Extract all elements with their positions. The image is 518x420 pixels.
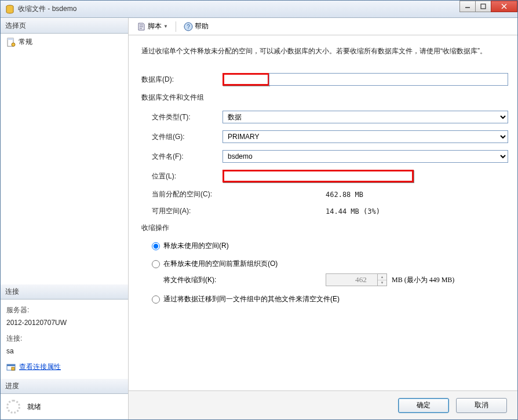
select-page-header: 选择页 — [1, 18, 128, 34]
separator — [176, 21, 176, 32]
script-label: 脚本 — [148, 21, 162, 31]
shrink-to-input — [326, 273, 378, 286]
cancel-button[interactable]: 取消 — [456, 398, 507, 413]
spinner-up-icon: ▲ — [378, 274, 386, 280]
progress-spinner-icon — [6, 400, 20, 414]
avail-label: 可用空间(A): — [152, 206, 326, 216]
database-redbox — [222, 73, 269, 86]
sidebar-item-label: 常规 — [19, 37, 32, 47]
script-button[interactable]: 脚本 ▼ — [134, 20, 170, 32]
page-icon — [6, 38, 16, 47]
radio-release-unused[interactable] — [152, 242, 160, 250]
help-button[interactable]: ? 帮助 — [181, 20, 211, 32]
description-text: 通过收缩单个文件释放未分配的空间，可以减小数据库的大小。若要收缩所有数据库文件，… — [141, 46, 508, 57]
maximize-button[interactable] — [475, 1, 491, 12]
properties-icon — [6, 363, 16, 372]
sidebar-item-general[interactable]: 常规 — [3, 36, 126, 48]
svg-rect-10 — [12, 367, 14, 370]
window-buttons — [460, 1, 517, 12]
filetype-label: 文件类型(T): — [152, 112, 222, 122]
shrink-to-label: 将文件收缩到(K): — [163, 275, 326, 285]
main-form: 通过收缩单个文件释放未分配的空间，可以减小数据库的大小。若要收缩所有数据库文件，… — [129, 35, 517, 390]
location-label: 位置(L): — [152, 171, 222, 181]
avail-value: 14.44 MB (3%) — [326, 207, 508, 216]
svg-point-7 — [12, 43, 15, 46]
svg-rect-6 — [8, 38, 13, 40]
shrink-to-spinner: ▲▼ — [378, 273, 387, 286]
filename-select[interactable]: bsdemo — [222, 150, 508, 163]
radio-reorganize[interactable] — [152, 260, 160, 268]
script-icon — [137, 22, 146, 31]
help-label: 帮助 — [195, 21, 209, 31]
close-button[interactable] — [491, 1, 517, 12]
database-label: 数据库(D): — [141, 75, 222, 85]
server-label: 服务器: — [6, 304, 122, 317]
help-icon: ? — [184, 22, 193, 31]
current-alloc-value: 462.88 MB — [326, 191, 508, 199]
progress-header: 进度 — [1, 378, 128, 394]
filename-label: 文件名(F): — [152, 152, 222, 162]
radio-empty-file-label: 通过将数据迁移到同一文件组中的其他文件来清空文件(E) — [163, 294, 340, 304]
minimize-button[interactable] — [459, 1, 476, 12]
filegroup-label: 文件组(G): — [152, 132, 222, 142]
database-icon — [5, 5, 14, 14]
view-connection-props-link[interactable]: 查看连接属性 — [19, 361, 61, 374]
server-value: 2012-20120707UW — [6, 317, 122, 330]
shrink-action-label: 收缩操作 — [141, 223, 508, 233]
svg-rect-2 — [481, 4, 486, 9]
current-alloc-label: 当前分配的空间(C): — [152, 189, 326, 199]
chevron-down-icon: ▼ — [163, 24, 168, 29]
filegroup-select[interactable]: PRIMARY — [222, 130, 508, 143]
connection-panel: 服务器: 2012-20120707UW 连接: sa 查看连接属性 — [1, 300, 128, 378]
radio-reorganize-label: 在释放未使用的空间前重新组织页(O) — [163, 259, 278, 269]
progress-panel: 就绪 — [1, 394, 128, 419]
content-area: 脚本 ▼ ? 帮助 通过收缩单个文件释放未分配的空间，可以减小数据库的大小。若要… — [129, 18, 517, 419]
ok-button[interactable]: 确定 — [398, 398, 449, 413]
connection-header: 连接 — [1, 284, 128, 300]
sidebar: 选择页 常规 连接 服务器: 2012-20120707UW 连接: sa 查看… — [1, 18, 129, 419]
conn-value: sa — [6, 345, 122, 358]
location-redbox — [222, 170, 414, 182]
spinner-down-icon: ▼ — [378, 280, 386, 286]
svg-rect-9 — [7, 364, 15, 366]
window-title: 收缩文件 - bsdemo — [18, 4, 460, 14]
toolbar: 脚本 ▼ ? 帮助 — [129, 18, 517, 35]
svg-text:?: ? — [187, 24, 190, 30]
shrink-to-suffix: MB (最小为 449 MB) — [392, 275, 454, 285]
titlebar[interactable]: 收缩文件 - bsdemo — [1, 1, 517, 18]
dialog-window: 收缩文件 - bsdemo 选择页 常规 连接 服务器: 2012-201207… — [0, 0, 518, 420]
conn-label: 连接: — [6, 333, 122, 345]
filetype-select[interactable]: 数据 — [222, 111, 508, 123]
filegroup-section-label: 数据库文件和文件组 — [141, 93, 508, 103]
radio-empty-file[interactable] — [152, 295, 160, 304]
progress-status: 就绪 — [27, 402, 41, 412]
database-input[interactable] — [269, 73, 508, 86]
radio-release-unused-label: 释放未使用的空间(R) — [163, 241, 229, 251]
dialog-footer: 确定 取消 — [129, 390, 517, 419]
